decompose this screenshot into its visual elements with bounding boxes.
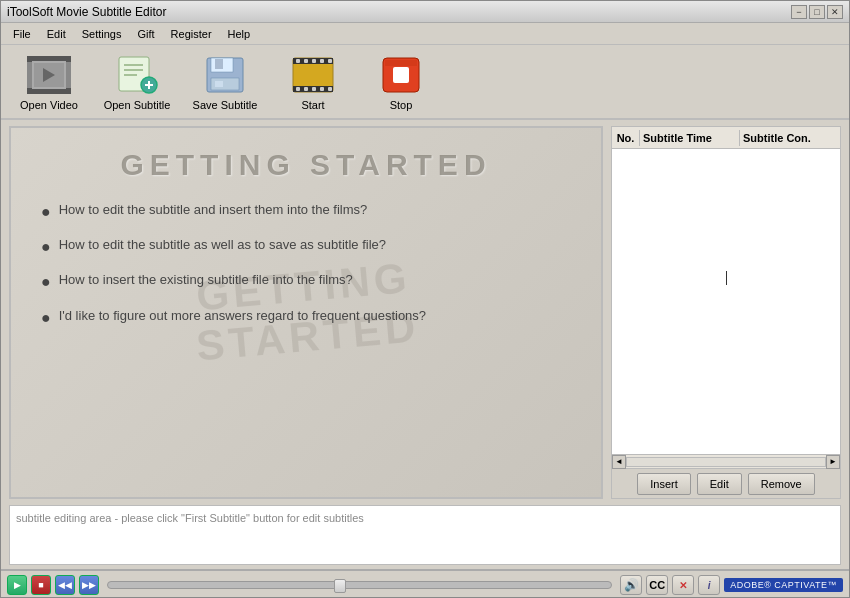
save-subtitle-label: Save Subtitle	[193, 99, 258, 111]
insert-button[interactable]: Insert	[637, 473, 691, 495]
svg-rect-17	[215, 81, 223, 87]
svg-rect-33	[393, 67, 409, 83]
subtitle-action-buttons: Insert Edit Remove	[612, 468, 840, 498]
bullet-3: ● How to insert the existing subtitle fi…	[41, 272, 571, 291]
cc-button[interactable]: CC	[646, 575, 668, 595]
bullet-dot-3: ●	[41, 272, 51, 291]
start-button[interactable]: Start	[273, 48, 353, 116]
start-icon	[291, 53, 335, 97]
remove-button[interactable]: Remove	[748, 473, 815, 495]
subtitle-table-header: No. Subtitle Time Subtitle Con.	[612, 127, 840, 149]
scroll-left-button[interactable]: ◄	[612, 455, 626, 469]
bullet-dot-1: ●	[41, 202, 51, 221]
bottom-bar: ▶ ■ ◀◀ ▶▶ 🔊 CC ✕ i ADOBE® CAPTIVATE™	[1, 569, 849, 598]
open-video-icon	[27, 53, 71, 97]
info-button[interactable]: i	[698, 575, 720, 595]
svg-rect-24	[320, 59, 324, 63]
open-subtitle-button[interactable]: Open Subtitle	[97, 48, 177, 116]
stop-icon	[379, 53, 423, 97]
svg-rect-30	[328, 87, 332, 91]
svg-rect-22	[304, 59, 308, 63]
stop-button[interactable]: Stop	[361, 48, 441, 116]
bullet-1: ● How to edit the subtitle and insert th…	[41, 202, 571, 221]
menu-help[interactable]: Help	[220, 26, 259, 42]
title-text: iToolSoft Movie Subtitle Editor	[7, 5, 166, 19]
subtitle-table-body[interactable]	[612, 149, 840, 454]
svg-rect-26	[296, 87, 300, 91]
edit-button[interactable]: Edit	[697, 473, 742, 495]
col-time-header: Subtitle Time	[640, 130, 740, 146]
minimize-button[interactable]: −	[791, 5, 807, 19]
col-no-header: No.	[612, 130, 640, 146]
table-cursor	[726, 271, 727, 285]
svg-rect-29	[320, 87, 324, 91]
subtitle-panel: No. Subtitle Time Subtitle Con. ◄ ► Inse…	[611, 126, 841, 499]
text-edit-area[interactable]: subtitle editing area - please click "Fi…	[9, 505, 841, 565]
bullet-text-1: How to edit the subtitle and insert them…	[59, 202, 368, 217]
close-button[interactable]: ✕	[827, 5, 843, 19]
bullet-dot-2: ●	[41, 237, 51, 256]
title-controls: − □ ✕	[791, 5, 843, 19]
bullet-text-4: I'd like to figure out more answers rega…	[59, 308, 426, 323]
stop-label: Stop	[390, 99, 413, 111]
preview-panel: GETTINGSTARTED GETTING STARTED ● How to …	[9, 126, 603, 499]
menu-bar: File Edit Settings Gift Register Help	[1, 23, 849, 45]
svg-rect-15	[215, 59, 223, 69]
start-label: Start	[301, 99, 324, 111]
bullet-text-2: How to edit the subtitle as well as to s…	[59, 237, 386, 252]
scroll-track[interactable]	[626, 457, 826, 467]
svg-rect-23	[312, 59, 316, 63]
menu-gift[interactable]: Gift	[129, 26, 162, 42]
open-video-button[interactable]: Open Video	[9, 48, 89, 116]
save-subtitle-icon	[203, 53, 247, 97]
svg-rect-28	[312, 87, 316, 91]
svg-rect-21	[296, 59, 300, 63]
text-edit-placeholder: subtitle editing area - please click "Fi…	[16, 512, 364, 524]
title-bar: iToolSoft Movie Subtitle Editor − □ ✕	[1, 1, 849, 23]
svg-rect-25	[328, 59, 332, 63]
scroll-right-button[interactable]: ►	[826, 455, 840, 469]
svg-rect-32	[385, 60, 417, 66]
menu-edit[interactable]: Edit	[39, 26, 74, 42]
stop-media-button[interactable]: ■	[31, 575, 51, 595]
menu-file[interactable]: File	[5, 26, 39, 42]
menu-settings[interactable]: Settings	[74, 26, 130, 42]
close-media-button[interactable]: ✕	[672, 575, 694, 595]
getting-started-title: GETTING STARTED	[41, 148, 571, 182]
open-subtitle-icon	[115, 53, 159, 97]
bullet-4: ● I'd like to figure out more answers re…	[41, 308, 571, 327]
bullet-dot-4: ●	[41, 308, 51, 327]
bullet-text-3: How to insert the existing subtitle file…	[59, 272, 353, 287]
next-button[interactable]: ▶▶	[79, 575, 99, 595]
bullet-2: ● How to edit the subtitle as well as to…	[41, 237, 571, 256]
col-content-header: Subtitle Con.	[740, 130, 840, 146]
volume-button[interactable]: 🔊	[620, 575, 642, 595]
svg-rect-27	[304, 87, 308, 91]
subtitle-scrollbar[interactable]: ◄ ►	[612, 454, 840, 468]
main-content: GETTINGSTARTED GETTING STARTED ● How to …	[1, 120, 849, 505]
progress-track[interactable]	[107, 581, 612, 589]
toolbar: Open Video Open Subtitle	[1, 45, 849, 120]
open-video-label: Open Video	[20, 99, 78, 111]
preview-content: GETTING STARTED ● How to edit the subtit…	[11, 128, 601, 363]
play-button[interactable]: ▶	[7, 575, 27, 595]
save-subtitle-button[interactable]: Save Subtitle	[185, 48, 265, 116]
open-subtitle-label: Open Subtitle	[104, 99, 171, 111]
prev-button[interactable]: ◀◀	[55, 575, 75, 595]
menu-register[interactable]: Register	[163, 26, 220, 42]
captivate-badge: ADOBE® CAPTIVATE™	[724, 578, 843, 592]
progress-thumb[interactable]	[334, 579, 346, 593]
maximize-button[interactable]: □	[809, 5, 825, 19]
